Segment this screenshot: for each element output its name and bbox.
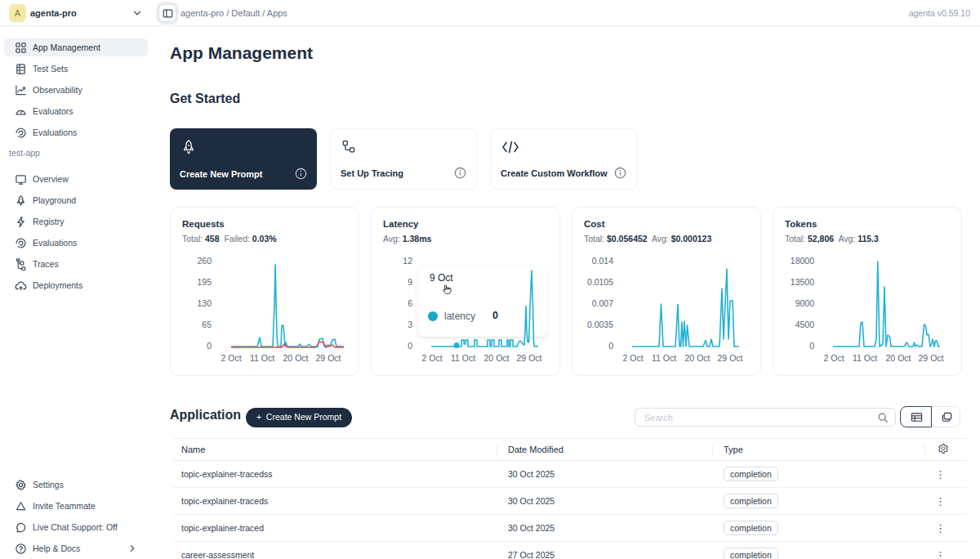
svg-text:0: 0	[608, 341, 613, 351]
svg-text:20 Oct: 20 Oct	[283, 353, 309, 363]
svg-text:3: 3	[408, 320, 412, 329]
svg-text:4500: 4500	[795, 320, 815, 329]
svg-text:20 Oct: 20 Oct	[886, 353, 911, 363]
svg-text:20 Oct: 20 Oct	[685, 353, 710, 363]
svg-text:29 Oct: 29 Oct	[919, 353, 944, 363]
svg-text:2 Oct: 2 Oct	[622, 353, 643, 363]
svg-text:0.014: 0.014	[592, 257, 613, 266]
svg-text:0.0035: 0.0035	[587, 320, 613, 329]
svg-text:195: 195	[197, 277, 212, 287]
svg-text:11 Oct: 11 Oct	[451, 353, 475, 363]
svg-text:2 Oct: 2 Oct	[421, 353, 442, 363]
svg-text:9000: 9000	[795, 298, 815, 308]
svg-text:2 Oct: 2 Oct	[823, 353, 844, 363]
svg-text:20 Oct: 20 Oct	[484, 353, 510, 363]
svg-text:11 Oct: 11 Oct	[652, 353, 676, 363]
svg-text:0: 0	[408, 341, 412, 351]
svg-text:65: 65	[202, 320, 212, 329]
svg-text:13500: 13500	[791, 277, 814, 287]
svg-text:29 Oct: 29 Oct	[517, 353, 542, 363]
svg-text:29 Oct: 29 Oct	[316, 353, 341, 363]
svg-text:29 Oct: 29 Oct	[718, 353, 743, 363]
svg-text:0: 0	[207, 341, 212, 351]
svg-text:0.007: 0.007	[592, 298, 613, 308]
svg-text:11 Oct: 11 Oct	[250, 353, 274, 363]
svg-text:12: 12	[403, 257, 412, 266]
svg-text:260: 260	[197, 257, 212, 266]
svg-text:18000: 18000	[791, 257, 814, 266]
svg-text:130: 130	[197, 298, 212, 308]
svg-text:9: 9	[408, 277, 412, 287]
svg-text:11 Oct: 11 Oct	[853, 353, 877, 363]
svg-text:2 Oct: 2 Oct	[220, 353, 241, 363]
svg-text:0.0105: 0.0105	[587, 277, 613, 287]
svg-text:0: 0	[809, 341, 814, 351]
svg-text:6: 6	[408, 298, 412, 308]
